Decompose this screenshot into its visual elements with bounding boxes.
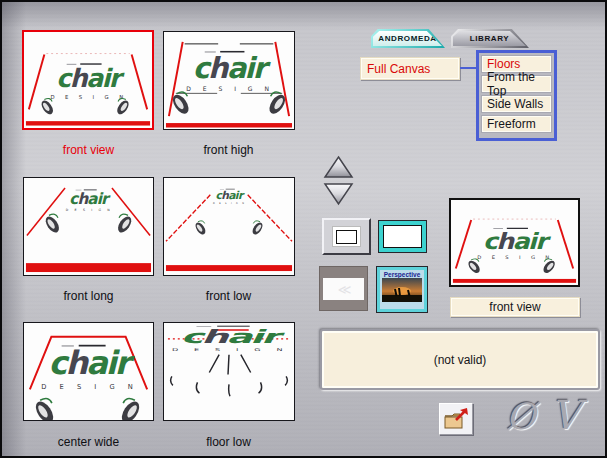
thumbnail-label-front-long: front long <box>23 289 154 303</box>
down-arrow-icon <box>323 182 354 206</box>
canvas-mode-value: Full Canvas <box>367 62 430 76</box>
full-canvas-button[interactable] <box>378 220 427 253</box>
open-library-button[interactable] <box>439 403 473 435</box>
status-box: (not valid) <box>320 329 600 390</box>
scroll-down-button[interactable] <box>323 182 354 206</box>
thumbnail-front-high[interactable] <box>163 31 295 130</box>
thumbnail-label-front-low: front low <box>163 289 294 303</box>
camera-view-picker-window: front view front high front long front l… <box>0 0 607 458</box>
small-canvas-button[interactable] <box>322 218 371 255</box>
thumbnail-label-front-high: front high <box>163 143 294 157</box>
cancel-icon[interactable]: Ø <box>506 396 536 437</box>
category-item-side-walls[interactable]: Side Walls <box>481 95 552 113</box>
perspective-label: Perspective <box>384 271 421 278</box>
tab-library[interactable]: LIBRARY <box>451 29 529 48</box>
full-canvas-icon <box>383 225 422 248</box>
thumbnail-front-low[interactable] <box>163 177 295 276</box>
thumbnail-label-floor-low: floor low <box>163 435 294 449</box>
canvas-mode-selector[interactable]: Full Canvas <box>360 57 460 80</box>
selector-connector-line <box>460 67 476 69</box>
category-list: Floors From the Top Side Walls Freeform <box>476 50 557 141</box>
perspective-icon <box>382 278 422 302</box>
perspective-style-button[interactable]: Perspective <box>376 266 428 313</box>
up-arrow-icon <box>323 155 354 179</box>
thumbnail-front-long[interactable] <box>23 177 154 276</box>
thumbnail-floor-low[interactable] <box>163 322 295 421</box>
small-canvas-icon <box>332 226 361 247</box>
confirm-icon[interactable]: V <box>551 392 580 438</box>
selected-view-preview <box>449 198 580 287</box>
thumbnail-label-center-wide: center wide <box>23 435 154 449</box>
flat-style-button[interactable]: ≪ <box>319 266 368 311</box>
preview-name-label: front view <box>489 300 540 314</box>
scroll-up-button[interactable] <box>323 155 354 179</box>
status-message: (not valid) <box>434 353 487 367</box>
thumbnail-label-front-view: front view <box>23 143 154 157</box>
category-item-from-the-top[interactable]: From the Top <box>481 75 552 93</box>
thumbnail-center-wide[interactable] <box>23 322 154 421</box>
tab-andromeda[interactable]: ANDROMEDA <box>371 29 445 48</box>
thumbnail-front-view[interactable] <box>22 30 154 130</box>
preview-name-box: front view <box>450 297 580 317</box>
flat-style-icon: ≪ <box>323 278 364 300</box>
category-item-freeform[interactable]: Freeform <box>481 115 552 133</box>
open-folder-icon <box>442 406 470 432</box>
